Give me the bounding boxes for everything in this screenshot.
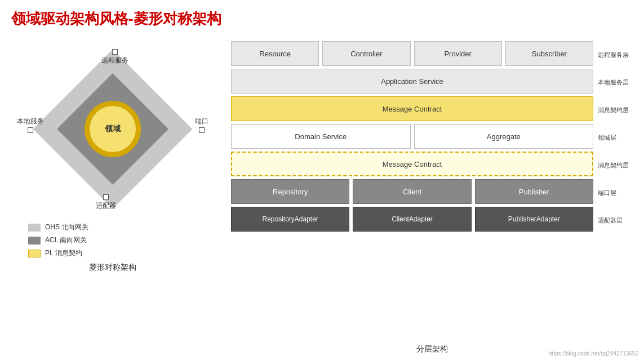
row-domain: Domain Service Aggregate	[231, 124, 593, 149]
bottom-rect	[103, 194, 109, 200]
legend-ohs: OHS 北向网关	[28, 223, 88, 232]
layers-labels: 远程服务层 本地服务层 消息契约层 领域层 消息契约层 端口	[593, 41, 633, 340]
row-port: Repository Client Publisher	[231, 179, 593, 204]
row-message-contract-bottom: Message Contract	[231, 152, 593, 176]
label-local-service: 本地服务层	[598, 69, 633, 96]
legend-box-yellow	[28, 250, 41, 257]
message-contract-top-box: Message Contract	[231, 96, 593, 121]
row-remote: Resource Controller Provider Subscriber	[231, 41, 593, 66]
diamond-diagram: 领域 远程服务 本地服务 端口	[28, 45, 197, 214]
domain-circle-outer: 领域	[85, 101, 141, 157]
app-service-box: Application Service	[231, 69, 593, 94]
message-contract-bottom-box: Message Contract	[231, 152, 593, 176]
top-rect	[112, 49, 118, 55]
legend-box-light	[28, 224, 41, 232]
label-domain: 领域层	[598, 124, 633, 152]
publisher-adapter-box: PublisherAdapter	[475, 207, 593, 232]
content-area: 领域 远程服务 本地服务 端口	[11, 39, 633, 354]
legend-acl: ACL 南向网关	[28, 235, 88, 245]
label-right: 端口	[195, 117, 208, 133]
label-msg-contract-bottom: 消息契约层	[598, 152, 633, 179]
left-subtitle: 菱形对称架构	[89, 263, 136, 273]
label-msg-contract-top: 消息契约层	[598, 96, 633, 124]
client-adapter-box: ClientAdapter	[353, 207, 471, 232]
row-app-service: Application Service	[231, 69, 593, 94]
row-adapter: RepositoryAdapter ClientAdapter Publishe…	[231, 207, 593, 232]
legend: OHS 北向网关 ACL 南向网关 PL 消息契约	[28, 223, 88, 258]
layers-main: Resource Controller Provider Subscriber …	[231, 41, 593, 340]
label-remote-service: 远程服务层	[598, 41, 633, 69]
subscriber-box: Subscriber	[505, 41, 593, 66]
layers-wrapper: Resource Controller Provider Subscriber …	[231, 41, 633, 340]
row-message-contract-top: Message Contract	[231, 96, 593, 121]
legend-pl: PL 消息契约	[28, 248, 88, 258]
legend-box-dark	[28, 237, 41, 245]
main-container: 领域驱动架构风格-菱形对称架构 领域 远程服务	[0, 0, 644, 360]
resource-box: Resource	[231, 41, 319, 66]
label-bottom: 适配器	[96, 194, 116, 211]
label-port: 端口层	[598, 179, 633, 207]
page-title: 领域驱动架构风格-菱形对称架构	[11, 9, 633, 29]
right-panel: Resource Controller Provider Subscriber …	[231, 39, 633, 354]
aggregate-box: Aggregate	[414, 124, 594, 149]
left-rect	[28, 127, 33, 133]
controller-box: Controller	[322, 41, 410, 66]
label-top: 远程服务	[101, 49, 128, 65]
right-rect	[199, 127, 205, 133]
repository-adapter-box: RepositoryAdapter	[231, 207, 349, 232]
domain-circle-inner: 领域	[90, 106, 136, 152]
watermark: https://blog.csdn.net/qq2942713650	[549, 350, 638, 357]
publisher-box: Publisher	[475, 179, 593, 204]
repository-box: Repository	[231, 179, 349, 204]
provider-box: Provider	[414, 41, 502, 66]
left-panel: 领域 远程服务 本地服务 端口	[11, 39, 214, 354]
label-adapter: 适配器层	[598, 207, 633, 234]
domain-service-box: Domain Service	[231, 124, 411, 149]
client-box: Client	[353, 179, 471, 204]
label-left: 本地服务	[17, 117, 44, 133]
